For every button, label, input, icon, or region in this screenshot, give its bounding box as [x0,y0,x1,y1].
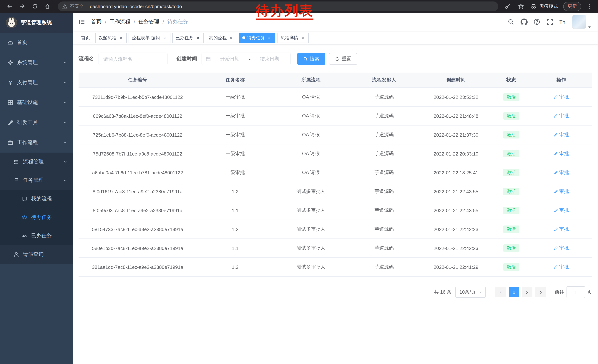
update-button[interactable]: 更新 [563,2,581,11]
svg-text:T: T [559,19,562,25]
cell-initiator: 芋道源码 [348,88,420,106]
start-date-placeholder[interactable]: 开始日期 [213,56,247,62]
incognito-icon [530,3,537,10]
fullscreen-icon[interactable] [546,18,554,25]
tab-0[interactable]: 首页 [78,32,93,43]
status-badge: 激活 [503,112,519,120]
address-bar[interactable]: 不安全 dashboard.yudao.iocoder.cn/bpm/task/… [58,1,498,11]
key-icon[interactable] [504,2,512,10]
tab-2[interactable]: 流程表单-编辑 × [129,32,170,43]
browser-menu-icon[interactable]: ⋮ [587,4,592,8]
tab-6[interactable]: 流程详情 × [277,32,309,43]
sidebar-item-task-management[interactable]: 任务管理 [0,171,73,190]
goto-page-input[interactable] [566,286,585,298]
page-size-select[interactable]: 10条/页 [455,287,486,298]
security-warning[interactable]: 不安全 [62,3,83,9]
sidebar-item-infrastructure[interactable]: 基础设施 [0,93,73,113]
approve-button[interactable]: 审批 [554,169,569,176]
cell-task-id: 8f059c03-7ac8-11ec-a9e2-a2380e71991a [79,201,197,220]
approve-button[interactable]: 审批 [554,207,569,214]
cell-process: 测试多审批人 [274,258,348,276]
breadcrumb-workflow[interactable]: 工作流程 [110,18,130,25]
sidebar-item-dev-tools[interactable]: 研发工具 [0,113,73,133]
filter-bar: 流程名 创建时间 开始日期 - 结束日期 搜索 重 [79,53,592,65]
refresh-icon[interactable] [30,1,40,11]
cell-task-id: 725a1eb6-7b88-11ec-8ef0-acde48001122 [79,125,197,144]
sidebar-item-done-tasks[interactable]: 已办任务 [0,226,73,245]
home-icon[interactable] [42,1,53,11]
url-text: dashboard.yudao.iocoder.cn/bpm/task/todo [90,4,182,9]
breadcrumb: 首页 / 工作流程 / 任务管理 / 待办任务 [91,18,507,25]
gear-icon [8,60,13,65]
page-button-1[interactable]: 1 [509,287,519,297]
cell-initiator: 芋道源码 [348,220,420,239]
total-count: 共 16 条 [434,289,451,296]
approve-button[interactable]: 审批 [554,188,569,195]
avatar[interactable] [572,15,586,29]
cell-initiator: 芋道源码 [348,163,420,182]
cell-initiator: 芋道源码 [348,106,420,125]
github-icon[interactable] [520,18,528,25]
cell-create-time: 2022-01-21 22:43:55 [420,182,492,201]
tab-close-icon[interactable]: × [229,35,234,40]
approve-button[interactable]: 审批 [554,226,569,233]
tab-close-icon[interactable]: × [300,35,305,40]
table-row: 8f0d1619-7ac8-11ec-a9e2-a2380e71991a 1.2… [79,182,592,201]
search-button[interactable]: 搜索 [297,53,325,65]
forward-icon[interactable] [17,1,27,11]
pencil-icon [554,227,558,231]
tab-close-icon[interactable]: × [118,35,123,40]
approve-button[interactable]: 审批 [554,150,569,157]
table-row: 580e1b3d-7ac8-11ec-a9e2-a2380e71991a 1.1… [79,239,592,258]
prev-page-button[interactable] [495,287,506,297]
cell-process: 测试多审批人 [274,239,348,258]
tab-5[interactable]: 待办任务 × [239,32,275,43]
help-icon[interactable] [533,18,540,25]
tab-1[interactable]: 发起流程 × [95,32,127,43]
cell-process: 测试多审批人 [274,220,348,239]
approve-button[interactable]: 审批 [554,245,569,251]
tab-close-icon[interactable]: × [162,35,167,40]
approve-button[interactable]: 审批 [554,94,569,100]
sidebar-item-my-processes[interactable]: 我的流程 [0,190,73,208]
cell-task-name: 一级审批 [197,125,274,144]
sidebar-item-home[interactable]: 首页 [0,32,73,53]
next-page-button[interactable] [535,287,546,297]
cell-task-id: 069c6a63-7b8a-11ec-8ef0-acde48001122 [79,106,197,125]
reset-button[interactable]: 重置 [329,53,357,65]
briefcase-icon [8,140,13,146]
breadcrumb-home[interactable]: 首页 [91,18,101,25]
warning-icon [62,4,67,9]
breadcrumb-task-management[interactable]: 任务管理 [139,18,159,25]
cell-process: OA 请假 [274,163,348,182]
tab-close-icon[interactable]: × [195,35,200,40]
sidebar-fold-icon[interactable] [78,18,86,26]
date-range-picker[interactable]: 开始日期 - 结束日期 [201,53,291,65]
sidebar-item-todo-tasks[interactable]: 待办任务 [0,208,73,226]
font-size-icon[interactable]: TT [559,18,566,25]
tab-3[interactable]: 已办任务 × [172,32,204,43]
sidebar-item-system-management[interactable]: 系统管理 [0,53,73,73]
search-icon[interactable] [507,18,515,25]
sidebar-item-leave-query[interactable]: 请假查询 [0,245,73,264]
approve-button[interactable]: 审批 [554,264,569,270]
sidebar-item-payment-management[interactable]: ¥ 支付管理 [0,73,73,93]
pencil-icon [554,189,558,194]
approve-button[interactable]: 审批 [554,113,569,119]
page-button-2[interactable]: 2 [522,287,532,297]
user-menu[interactable] [572,15,591,29]
approve-button[interactable]: 审批 [554,131,569,138]
refresh-icon [335,57,340,61]
sidebar-item-workflow[interactable]: 工作流程 [0,133,73,153]
back-icon[interactable] [4,1,15,11]
sidebar-item-process-management[interactable]: 流程管理 [0,153,73,171]
chat-icon [22,196,27,202]
table-row: 381aa1dd-7ac8-11ec-a9e2-a2380e71991a 1.2… [79,258,592,276]
process-name-input[interactable] [99,53,167,65]
star-icon[interactable] [517,2,525,10]
tab-4[interactable]: 我的流程 × [206,32,237,43]
end-date-placeholder[interactable]: 结束日期 [253,56,286,62]
cell-initiator: 芋道源码 [348,239,420,258]
tab-close-icon[interactable]: × [267,35,272,40]
cell-create-time: 2022-01-22 23:53:32 [420,88,492,106]
